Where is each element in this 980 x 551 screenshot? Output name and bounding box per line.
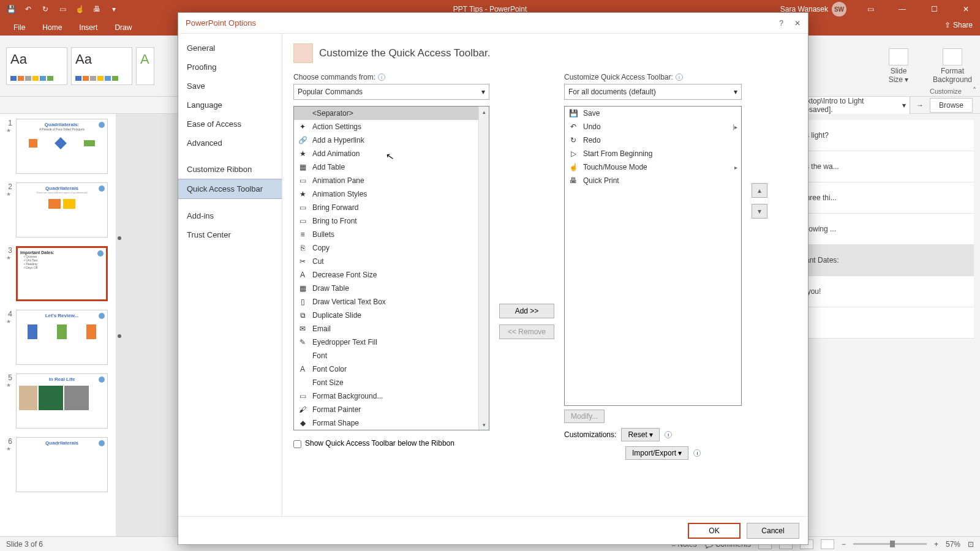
command-item[interactable]: ▯Draw Vertical Text Box [294,295,489,309]
ok-button[interactable]: OK [688,523,741,539]
command-item[interactable]: ≡Bullets▸|▸ [294,228,489,241]
qat-item[interactable]: ↶Undo|▸ [565,120,741,133]
qat-item[interactable]: ☝Touch/Mouse Mode▸ [565,160,741,174]
go-icon[interactable]: → [916,101,924,110]
share-button[interactable]: ⇪ Share [944,21,973,29]
command-item[interactable]: ✂Cut [294,255,489,268]
browse-button[interactable]: Browse [930,98,973,113]
tab-home[interactable]: Home [34,20,70,36]
command-item[interactable]: ▦Draw Table [294,282,489,295]
tab-insert[interactable]: Insert [70,20,106,36]
touch-mode-icon[interactable]: ☝ [74,3,86,15]
reset-button[interactable]: Reset ▾ [621,428,660,441]
modify-button[interactable]: Modify... [564,410,605,423]
info-icon[interactable]: i [693,449,701,457]
show-below-ribbon-checkbox[interactable] [293,440,301,448]
slide-thumb-2[interactable]: QuadrilateralsThere are many different t… [16,182,108,238]
command-item[interactable]: Font▭ [294,349,489,362]
command-item[interactable]: ▦Add Table▸ [294,160,489,174]
command-item[interactable]: <Separator> [294,107,489,120]
command-item[interactable]: ✉Email [294,322,489,335]
import-export-button[interactable]: Import/Export ▾ [625,446,688,460]
qat-listbox[interactable]: 💾Save↶Undo|▸↻Redo▷Start From Beginning☝T… [564,106,742,406]
slide-thumb-1[interactable]: Quadrilaterals:A Parade of Four-Sided Po… [16,119,108,174]
maximize-icon[interactable]: ☐ [920,0,948,18]
slide-thumb-5[interactable]: In Real Life [16,373,108,429]
qat-customize-icon[interactable]: ▾ [108,3,120,15]
quick-print-icon[interactable]: 🖶 [91,3,103,15]
qat-item[interactable]: ▷Start From Beginning [565,147,741,160]
slide-thumb-3[interactable]: Important Dates:• Quizzes • Unit Test • … [16,246,108,301]
qat-scope-select[interactable]: For all documents (default)▾ [564,84,742,100]
zoom-out-icon[interactable]: − [842,540,846,549]
nav-item-customize-ribbon[interactable]: Customize Ribbon [178,160,282,179]
info-icon[interactable]: i [378,73,385,81]
tab-draw[interactable]: Draw [106,20,140,36]
nav-item-ease-of-access[interactable]: Ease of Access [178,114,282,133]
command-item[interactable]: 🖌Format Painter [294,403,489,416]
scroll-up-icon[interactable]: ▴ [479,107,489,117]
command-item[interactable]: ▭Animation Pane [294,174,489,187]
format-background-button[interactable]: Format Background [931,48,974,84]
minimize-icon[interactable]: — [888,0,916,18]
command-item[interactable]: ★Animation Styles▸ [294,187,489,201]
command-item[interactable]: ▭Bring Forward [294,201,489,214]
help-icon[interactable]: ? [779,19,783,28]
move-up-button[interactable]: ▴ [752,183,767,198]
nav-item-advanced[interactable]: Advanced [178,133,282,152]
info-icon[interactable]: i [676,73,683,81]
add-button[interactable]: Add >> [499,304,554,318]
qat-item[interactable]: 🖶Quick Print [565,174,741,187]
fit-to-window-icon[interactable]: ⊡ [968,540,974,549]
command-item[interactable]: ADecrease Font Size [294,268,489,282]
command-item[interactable]: ⧉Duplicate Slide [294,309,489,322]
collapse-ribbon-icon[interactable]: ˄ [973,86,976,95]
zoom-in-icon[interactable]: + [934,540,938,549]
save-icon[interactable]: 💾 [5,3,17,15]
qat-item[interactable]: 💾Save [565,107,741,120]
tab-file[interactable]: File [5,20,34,36]
ribbon-display-icon[interactable]: ▭ [856,0,884,18]
command-item[interactable]: ▭Bring to Front [294,214,489,228]
theme-thumb-1[interactable]: Aa [6,47,67,85]
command-item[interactable]: ⎘Copy [294,241,489,255]
slide-thumb-6[interactable]: Quadrilaterals [16,437,108,492]
redo-icon[interactable]: ↻ [39,3,51,15]
command-icon [298,351,307,361]
command-item[interactable]: Font Size▭ [294,376,489,389]
theme-thumb-2[interactable]: Aa [71,47,132,85]
zoom-slider[interactable] [853,543,927,545]
dialog-close-icon[interactable]: ✕ [794,19,801,28]
qat-item-icon: 💾 [568,108,578,118]
slide-size-button[interactable]: Slide Size ▾ [877,48,920,84]
nav-item-add-ins[interactable]: Add-ins [178,206,282,225]
info-icon[interactable]: i [665,431,672,438]
nav-item-quick-access-toolbar[interactable]: Quick Access Toolbar [178,179,282,199]
nav-item-general[interactable]: General [178,39,282,58]
start-from-beginning-icon[interactable]: ▭ [56,3,69,15]
move-down-button[interactable]: ▾ [752,204,767,219]
slide-counter[interactable]: Slide 3 of 6 [6,540,43,549]
remove-button[interactable]: << Remove [499,324,554,339]
nav-item-language[interactable]: Language [178,96,282,114]
nav-item-trust-center[interactable]: Trust Center [178,225,282,244]
command-item[interactable]: AFont Color▸|▸ [294,362,489,376]
scrollbar[interactable]: ▴ ▾ [478,107,489,430]
nav-item-save[interactable]: Save [178,77,282,96]
command-item[interactable]: ✎Eyedropper Text Fill [294,335,489,349]
command-item[interactable]: ◆Format Shape [294,416,489,430]
cancel-button[interactable]: Cancel [747,523,799,539]
command-item[interactable]: ▭Format Background... [294,389,489,403]
slide-thumb-4[interactable]: Let's Review... [16,310,108,365]
undo-icon[interactable]: ↶ [22,3,34,15]
choose-commands-select[interactable]: Popular Commands▾ [293,84,489,100]
scroll-down-icon[interactable]: ▾ [479,419,489,430]
command-item[interactable]: 🔗Add a Hyperlink [294,133,489,147]
slideshow-view-icon[interactable] [821,539,834,549]
qat-item[interactable]: ↻Redo [565,133,741,147]
nav-item-proofing[interactable]: Proofing [178,58,282,77]
theme-thumb-3[interactable]: A [136,47,154,85]
command-item[interactable]: ✦Action Settings [294,120,489,133]
close-icon[interactable]: ✕ [952,0,980,18]
zoom-level[interactable]: 57% [946,540,960,549]
